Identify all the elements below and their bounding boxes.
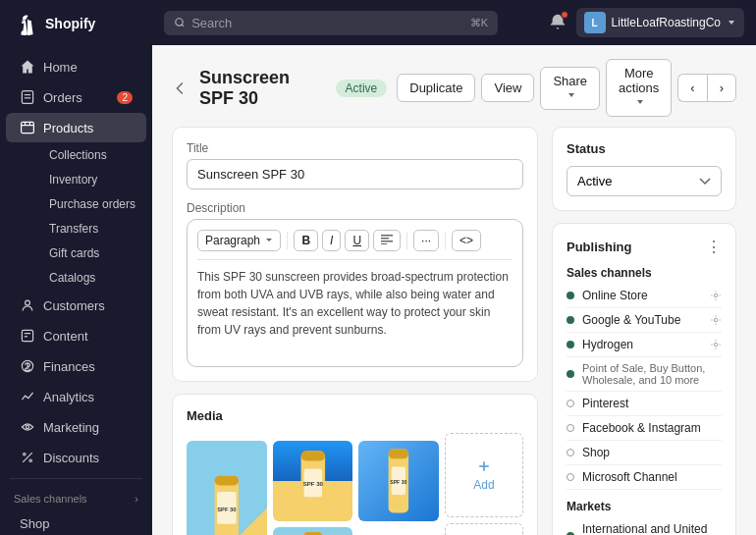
home-icon: [20, 59, 35, 75]
search-bar[interactable]: ⌘K: [164, 11, 498, 35]
toolbar-underline-btn[interactable]: U: [345, 230, 369, 251]
store-selector[interactable]: L LittleLoafRoastingCo: [576, 8, 744, 37]
editor-toolbar: Paragraph B I U ···: [197, 230, 513, 260]
app-name: Shopify: [45, 16, 95, 31]
active-dot-icon: [567, 370, 574, 378]
svg-point-36: [714, 294, 718, 297]
sidebar-item-finances[interactable]: Finances: [6, 351, 146, 381]
add-from-url-button[interactable]: Add from URL: [445, 523, 523, 535]
media-content: SPF 30 SPF 30: [187, 433, 523, 535]
channel-online-store[interactable]: Online Store: [567, 284, 722, 308]
sidebar-divider-1: [10, 478, 142, 479]
orders-badge: 2: [117, 91, 133, 104]
duplicate-button[interactable]: Duplicate: [397, 74, 475, 102]
sidebar-label-finances: Finances: [43, 359, 95, 374]
sidebar-item-inventory[interactable]: Inventory: [41, 168, 146, 191]
toolbar-paragraph-btn[interactable]: Paragraph: [197, 230, 281, 251]
title-description-card: Title Description Paragraph B I U: [172, 127, 538, 382]
sidebar-item-shop[interactable]: Shop: [6, 509, 146, 535]
sidebar-item-customers[interactable]: Customers: [6, 291, 146, 320]
sidebar-label-content: Content: [43, 329, 88, 344]
svg-rect-5: [22, 330, 32, 341]
media-item-1[interactable]: SPF 30: [187, 441, 267, 535]
back-button[interactable]: [172, 80, 189, 97]
sidebar-label-analytics: Analytics: [43, 390, 94, 404]
products-submenu: Collections Inventory Purchase orders Tr…: [0, 143, 152, 290]
sidebar-item-purchase-orders[interactable]: Purchase orders: [41, 192, 146, 216]
sidebar: Shopify Home Orders 2 Products Collectio…: [0, 0, 152, 535]
customers-icon: [20, 297, 35, 313]
media-item-4[interactable]: SPF 30: [273, 527, 353, 535]
store-avatar: L: [584, 12, 606, 33]
inactive-dot-icon: [567, 400, 574, 407]
channel-microsoft[interactable]: Microsoft Channel: [567, 465, 722, 490]
market-international[interactable]: International and United States: [567, 517, 722, 535]
store-name: LittleLoafRoastingCo: [612, 16, 721, 29]
channel-google-youtube[interactable]: Google & YouTube: [567, 308, 722, 333]
main-area: ⌘K L LittleLoafRoastingCo Sunscreen SPF …: [152, 0, 756, 535]
sidebar-item-products[interactable]: Products: [6, 113, 146, 142]
channel-facebook-instagram[interactable]: Facebook & Instagram: [567, 416, 722, 441]
add-media-button[interactable]: Add: [445, 433, 523, 517]
sidebar-label-collections: Collections: [49, 148, 107, 162]
sidebar-item-orders[interactable]: Orders 2: [6, 82, 146, 112]
sidebar-item-gift-cards[interactable]: Gift cards: [41, 241, 146, 265]
add-label: Add: [473, 478, 494, 492]
publishing-header: Publishing ⋮: [567, 238, 722, 256]
view-button[interactable]: View: [481, 74, 534, 102]
inactive-dot-icon: [567, 473, 574, 481]
toolbar-italic-btn[interactable]: I: [322, 230, 341, 251]
shopify-logo-icon: [14, 12, 37, 35]
settings-icon: [710, 290, 722, 301]
chevron-down-icon: [635, 97, 645, 107]
expand-icon[interactable]: ›: [135, 493, 138, 505]
sidebar-item-analytics[interactable]: Analytics: [6, 382, 146, 411]
title-input[interactable]: [187, 159, 523, 189]
prev-button[interactable]: ‹: [677, 74, 706, 102]
share-button[interactable]: Share: [540, 67, 600, 110]
description-content[interactable]: This SPF 30 sunscreen provides broad-spe…: [197, 268, 513, 356]
sidebar-item-home[interactable]: Home: [6, 52, 146, 81]
sidebar-item-transfers[interactable]: Transfers: [41, 217, 146, 241]
sales-channels-section-label: Sales channels: [567, 266, 722, 280]
channel-hydrogen[interactable]: Hydrogen: [567, 333, 722, 357]
media-item-2[interactable]: SPF 30: [273, 441, 353, 521]
toolbar-code-btn[interactable]: <>: [452, 230, 481, 251]
next-button[interactable]: ›: [707, 74, 736, 102]
channel-more[interactable]: Point of Sale, Buy Button, Wholesale, an…: [567, 357, 722, 392]
more-actions-button[interactable]: More actions: [606, 59, 672, 117]
notification-dot: [561, 11, 568, 19]
toolbar-bold-btn[interactable]: B: [294, 230, 318, 251]
sunscreen-tube-svg-3: SPF 30: [358, 441, 439, 521]
channel-pinterest[interactable]: Pinterest: [567, 392, 722, 416]
align-icon: [381, 235, 393, 244]
publishing-menu-button[interactable]: ⋮: [706, 238, 722, 256]
sidebar-item-marketing[interactable]: Marketing: [6, 412, 146, 442]
sidebar-item-collections[interactable]: Collections: [41, 143, 146, 167]
toolbar-align-btn[interactable]: [373, 230, 401, 251]
side-column: Status Active Draft Publishing ⋮ Sales c…: [552, 127, 736, 535]
orders-icon: [20, 89, 35, 105]
sidebar-item-discounts[interactable]: Discounts: [6, 443, 146, 472]
channel-shop[interactable]: Shop: [567, 441, 722, 465]
sidebar-label-home: Home: [43, 60, 78, 75]
toolbar-more-btn[interactable]: ···: [413, 230, 439, 251]
search-input[interactable]: [191, 16, 464, 30]
sidebar-item-content[interactable]: Content: [6, 321, 146, 350]
search-icon: [174, 16, 186, 29]
sidebar-label-inventory: Inventory: [49, 173, 97, 187]
status-select[interactable]: Active Draft: [567, 166, 722, 196]
svg-point-11: [29, 459, 31, 461]
status-card-title: Status: [567, 141, 722, 156]
sidebar-logo[interactable]: Shopify: [0, 0, 152, 47]
analytics-icon: [20, 389, 35, 404]
market-label: International and United States: [582, 522, 722, 535]
media-item-3[interactable]: SPF 30: [358, 441, 439, 521]
svg-rect-27: [389, 449, 408, 458]
sidebar-item-catalogs[interactable]: Catalogs: [41, 266, 146, 290]
settings-icon: [710, 314, 722, 326]
sidebar-label-orders: Orders: [43, 90, 82, 105]
notification-bell[interactable]: [549, 13, 567, 33]
active-dot-icon: [567, 341, 574, 348]
svg-point-9: [26, 425, 28, 428]
